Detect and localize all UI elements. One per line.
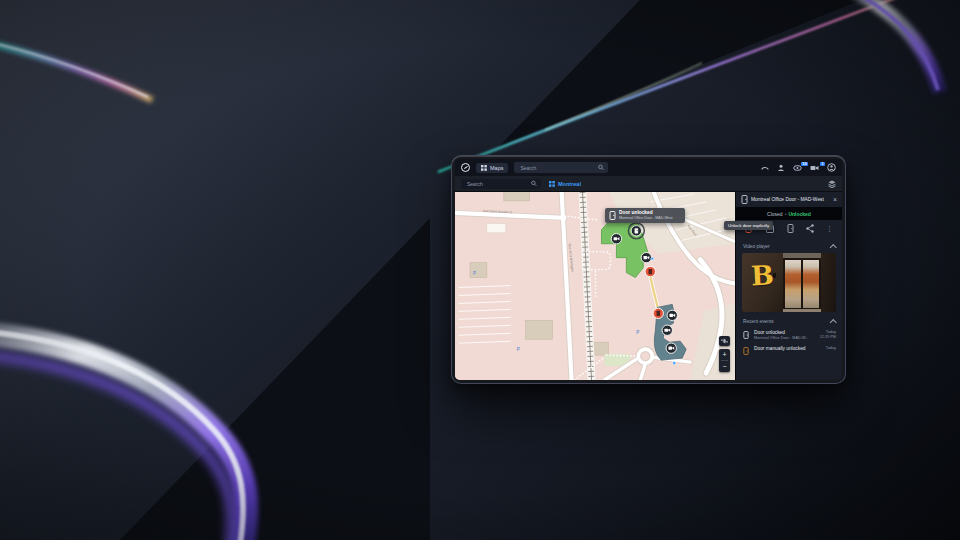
devices-badge: 1	[820, 162, 825, 167]
map-canvas[interactable]: Rue Saint-Antoine O. Rue de la Montagne …	[455, 192, 735, 380]
event-subtitle: Montreal Office Door - MAD-W...	[754, 336, 816, 341]
event-row[interactable]: Door manually unlocked Today	[736, 343, 842, 357]
tab-montreal[interactable]: Montreal	[549, 181, 581, 187]
tab-montreal-label: Montreal	[558, 181, 581, 187]
video-wall-left: B	[742, 253, 783, 312]
door-icon	[787, 224, 794, 233]
tooltip-subtitle: Montreal Office Door - MAD-West	[619, 216, 673, 221]
event-time: 12:29 PM	[820, 335, 836, 340]
map-event-tooltip: Door unlocked Montreal Office Door - MAD…	[605, 208, 685, 223]
glass-pane	[803, 260, 819, 308]
door-marker-selected[interactable]	[628, 223, 644, 239]
close-button[interactable]: ×	[833, 196, 837, 203]
wall-letter: B	[750, 259, 774, 291]
app-screen: Maps	[455, 159, 842, 380]
account-icon	[827, 163, 836, 172]
camera-marker[interactable]	[666, 343, 676, 353]
video-player-thumbnail[interactable]: B	[742, 253, 836, 312]
search-icon	[531, 180, 537, 187]
search-icon	[598, 164, 604, 171]
collapse-icon	[830, 244, 836, 250]
door-icon	[743, 347, 749, 355]
floors-icon	[828, 180, 836, 188]
global-search-input[interactable]	[518, 164, 598, 172]
monitoring-button[interactable]: 10	[793, 164, 802, 172]
video-section-header[interactable]: Video player	[736, 237, 842, 252]
main-content: Rue Saint-Antoine O. Rue de la Montagne …	[455, 192, 842, 380]
app-window: Maps	[452, 156, 845, 383]
door-icon	[741, 195, 748, 204]
floor-picker-button[interactable]	[828, 180, 836, 188]
map-search[interactable]	[461, 179, 541, 189]
video-glass-door	[783, 258, 821, 310]
panel-title: Montreal Office Door - MAD-West	[751, 197, 830, 202]
collapse-icon	[830, 319, 836, 325]
person-dot	[651, 257, 654, 260]
camera-marker[interactable]	[641, 252, 651, 262]
maps-toolbar: Montreal	[455, 176, 842, 192]
video-wall-right	[821, 253, 836, 312]
map-search-input[interactable]	[465, 180, 531, 188]
alerts-badge: 10	[801, 162, 808, 167]
nav-maps[interactable]: Maps	[476, 163, 508, 173]
door-status-bar: Closed • Unlocked	[736, 207, 842, 220]
map-controls: + −	[719, 336, 730, 372]
app-logo-icon[interactable]	[461, 163, 470, 172]
door-position-status: Closed	[767, 211, 783, 217]
zoom-controls: + −	[719, 349, 730, 372]
phone-icon	[761, 164, 769, 172]
camera-icon	[810, 164, 819, 172]
glass-pane	[785, 260, 801, 308]
video-section-title: Video player	[743, 244, 770, 249]
event-date: Today	[826, 346, 836, 351]
share-button[interactable]	[806, 224, 814, 233]
nav-maps-label: Maps	[490, 165, 503, 171]
video-floor	[783, 309, 821, 312]
recenter-button[interactable]	[719, 336, 730, 346]
status-separator: •	[785, 211, 787, 217]
door-marker-alert[interactable]	[645, 266, 655, 276]
map-tiles: Rue Saint-Antoine O. Rue de la Montagne …	[455, 192, 735, 380]
event-row[interactable]: Door unlocked Montreal Office Door - MAD…	[736, 327, 842, 343]
lock-status: Unlocked	[788, 211, 811, 217]
unlock-action-tooltip: Unlock door explicitly	[724, 221, 773, 230]
event-title: Door manually unlocked	[754, 346, 822, 352]
person-icon	[777, 164, 785, 172]
swap-arrows-icon	[721, 338, 728, 344]
door-settings-button[interactable]	[787, 224, 794, 233]
camera-marker[interactable]	[662, 325, 672, 335]
person-dot	[673, 361, 676, 364]
people-button[interactable]	[777, 164, 785, 172]
events-section-title: Recent events	[743, 319, 774, 324]
door-marker-alert[interactable]	[653, 308, 663, 318]
door-icon	[609, 211, 616, 220]
grid-icon	[481, 165, 487, 171]
global-search[interactable]	[514, 162, 608, 173]
more-options-button[interactable]: ⋮	[826, 225, 833, 232]
top-bar: Maps	[455, 159, 842, 176]
topbar-actions: 10 1	[761, 163, 836, 172]
panel-header: Montreal Office Door - MAD-West ×	[736, 192, 842, 207]
account-button[interactable]	[827, 163, 836, 172]
parking-label: P	[517, 347, 520, 352]
zoom-in-button[interactable]: +	[719, 349, 730, 360]
grid-icon	[549, 181, 555, 187]
call-button[interactable]	[761, 164, 769, 172]
parking-label: P	[473, 271, 476, 276]
door-reader	[773, 273, 776, 278]
events-section-header[interactable]: Recent events	[736, 312, 842, 327]
camera-marker[interactable]	[667, 310, 677, 320]
parking-label: P	[636, 330, 639, 335]
camera-marker[interactable]	[611, 234, 621, 244]
devices-button[interactable]: 1	[810, 164, 819, 172]
zoom-out-button[interactable]: −	[719, 361, 730, 372]
door-icon	[743, 331, 749, 339]
share-icon	[806, 224, 814, 233]
